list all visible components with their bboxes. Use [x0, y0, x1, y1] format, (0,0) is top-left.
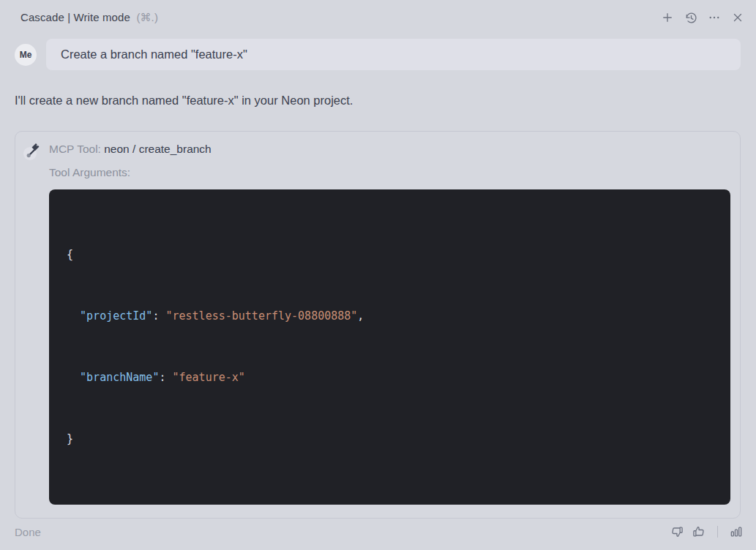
- tool-arguments-label: Tool Arguments:: [49, 166, 730, 179]
- close-button[interactable]: [728, 8, 747, 27]
- code-value: "feature-x": [172, 371, 244, 384]
- status-text: Done: [15, 526, 41, 538]
- history-icon: [684, 11, 698, 25]
- thumbs-up-icon: [692, 524, 706, 539]
- thumbs-up-button[interactable]: [689, 522, 708, 541]
- code-comma: ,: [357, 309, 364, 323]
- assistant-intro: I'll create a new branch named "feature-…: [15, 89, 741, 111]
- thumbs-down-icon: [670, 524, 684, 539]
- user-message-row: Me Create a branch named "feature-x": [15, 39, 741, 70]
- new-chat-button[interactable]: [658, 8, 677, 27]
- code-line-branch-name: "branchName": "feature-x": [67, 367, 713, 388]
- panel-title: Cascade | Write mode (⌘.): [20, 11, 158, 24]
- close-icon: [731, 11, 744, 24]
- code-line-close: }: [67, 429, 713, 449]
- panel-title-text: Cascade | Write mode: [20, 11, 130, 23]
- result-heading: Perfect! I've created a new branch with …: [15, 546, 741, 550]
- thumbs-down-button[interactable]: [667, 522, 686, 541]
- stats-button[interactable]: [727, 522, 746, 541]
- footer-actions: [667, 522, 746, 541]
- code-line-project-id: "projectId": "restless-butterfly-0880088…: [67, 306, 713, 326]
- code-value: "restless-butterfly-08800888": [165, 309, 357, 323]
- divider: [717, 526, 718, 538]
- mcp-tool-label: MCP Tool:: [49, 143, 101, 155]
- chat-thread: Me Create a branch named "feature-x" I'l…: [0, 28, 756, 550]
- more-button[interactable]: [705, 8, 724, 27]
- mcp-tool-name: neon / create_branch: [104, 143, 212, 155]
- code-key: "branchName": [80, 371, 159, 384]
- ellipsis-icon: [708, 11, 721, 24]
- user-message-text: Create a branch named "feature-x": [61, 48, 247, 61]
- code-separator: :: [152, 309, 165, 323]
- code-key: "projectId": [80, 309, 152, 323]
- code-line-open: {: [67, 244, 713, 265]
- history-button[interactable]: [681, 8, 700, 27]
- tool-arguments-code-block[interactable]: { "projectId": "restless-butterfly-08800…: [49, 189, 730, 505]
- panel-header: Cascade | Write mode (⌘.): [0, 0, 756, 28]
- tool-card-header: MCP Tool: neon / create_branch: [49, 140, 730, 156]
- user-message-bubble[interactable]: Create a branch named "feature-x": [46, 39, 741, 70]
- hammer-icon: [21, 139, 45, 162]
- message-footer: Done: [15, 522, 746, 541]
- code-separator: :: [159, 371, 172, 384]
- mcp-tool-card[interactable]: MCP Tool: neon / create_branch Tool Argu…: [15, 131, 741, 519]
- bar-chart-icon: [729, 524, 744, 539]
- panel-shortcut: (⌘.): [136, 11, 158, 23]
- plus-icon: [661, 11, 674, 24]
- user-avatar: Me: [15, 44, 37, 66]
- header-actions: [658, 8, 747, 27]
